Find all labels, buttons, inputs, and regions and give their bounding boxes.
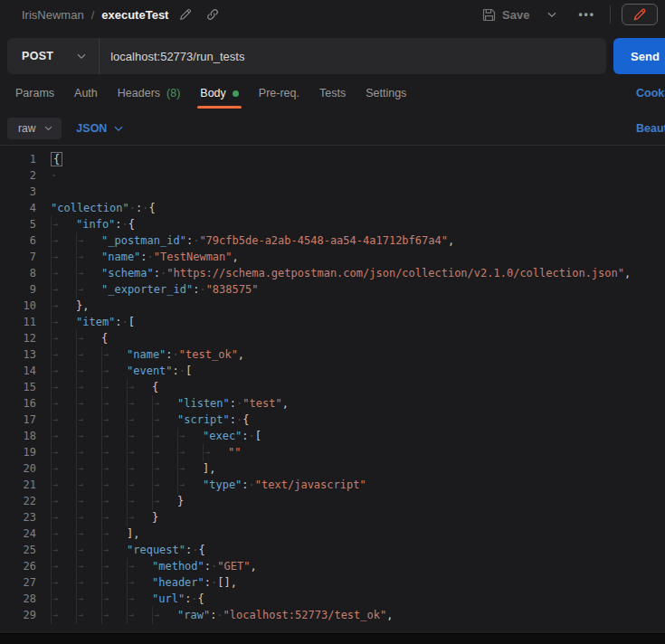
code-line[interactable]: 11"item":·[	[0, 314, 665, 330]
ellipsis-icon: •••	[578, 8, 595, 21]
breadcrumb: IrisNewman / executeTest	[22, 5, 223, 24]
json-punctuation: ,	[282, 397, 289, 410]
code-line[interactable]: 12{	[0, 330, 665, 346]
tab-body[interactable]: Body	[192, 74, 247, 112]
code-line-content: "_exporter_id":·"838575"	[51, 281, 258, 298]
cookies-link[interactable]: Cookies	[636, 87, 665, 99]
code-line[interactable]: 2·	[0, 167, 665, 184]
code-line-content: "type":·"text/javascript"	[51, 477, 366, 493]
code-line[interactable]: 20],	[0, 460, 665, 477]
editor-horizontal-scrollbar[interactable]	[0, 633, 665, 644]
tab-indent-marker	[101, 363, 127, 380]
tab-indent-marker	[51, 232, 76, 250]
method-select[interactable]: POST	[7, 38, 99, 74]
code-line[interactable]: 13"name":·"test_ok",	[0, 346, 665, 363]
url-input[interactable]	[100, 38, 606, 74]
code-line[interactable]: 28"url":·{	[0, 591, 665, 607]
json-key: "_postman_id"	[101, 234, 186, 247]
code-line[interactable]: 7"name":·"TestNewman",	[0, 249, 665, 265]
line-number: 20	[0, 460, 45, 477]
code-line[interactable]: 22}	[0, 493, 665, 509]
tab-indent-marker	[127, 591, 152, 608]
code-line[interactable]: 8"schema":·"https://schema.getpostman.co…	[0, 265, 665, 281]
language-select[interactable]: JSON	[76, 122, 123, 135]
line-number: 9	[0, 281, 45, 298]
request-tabs: Params Auth Headers (8) Body Pre-req. Te…	[0, 74, 665, 112]
tab-indent-marker	[51, 379, 76, 396]
tab-indent-marker	[51, 298, 76, 315]
tab-indent-marker	[152, 477, 177, 494]
tab-params[interactable]: Params	[7, 74, 62, 112]
line-number: 18	[0, 428, 45, 444]
breadcrumb-request-name[interactable]: executeTest	[101, 8, 168, 22]
code-line[interactable]: 25"request":·{	[0, 542, 665, 558]
code-line[interactable]: 24],	[0, 526, 665, 542]
code-line-content: {	[51, 151, 62, 167]
json-key: "type"	[203, 478, 242, 491]
code-line[interactable]: 23}	[0, 509, 665, 526]
body-modified-dot	[233, 90, 239, 97]
json-punctuation: {	[128, 218, 135, 231]
tab-indent-marker	[76, 346, 101, 364]
breadcrumb-collection[interactable]: IrisNewman	[22, 8, 84, 22]
tab-indent-marker	[127, 428, 152, 445]
code-line[interactable]: 9"_exporter_id":·"838575"	[0, 281, 665, 298]
code-line-content: "url":·{	[51, 591, 204, 607]
edit-mode-button[interactable]	[622, 4, 658, 25]
code-line[interactable]: 16"listen":·"test",	[0, 395, 665, 412]
tab-label: Params	[15, 87, 54, 99]
pencil-icon	[179, 8, 192, 21]
code-line-content: "listen":·"test",	[51, 395, 289, 412]
copy-link-button[interactable]	[203, 5, 223, 24]
whitespace-dot: ·	[249, 430, 255, 442]
tab-indent-marker	[51, 607, 76, 624]
json-key: "url"	[152, 592, 185, 605]
code-line[interactable]: 18"exec":·[	[0, 428, 665, 444]
json-string: "localhost:52773/test_ok"	[223, 609, 387, 621]
code-line-content: "script":·{	[51, 412, 250, 428]
json-key: "exec"	[203, 430, 242, 442]
save-button[interactable]: Save	[477, 5, 535, 25]
json-string: "https://schema.getpostman.com/json/coll…	[166, 267, 624, 279]
code-line[interactable]: 1{	[0, 151, 665, 167]
code-line[interactable]: 19""	[0, 444, 665, 460]
body-format-select[interactable]: raw	[7, 118, 62, 139]
code-line[interactable]: 5"info":·{	[0, 216, 665, 232]
tab-tests[interactable]: Tests	[311, 74, 354, 112]
line-number: 1	[0, 151, 45, 167]
code-line[interactable]: 6"_postman_id":·"79cfb5de-a2ab-4548-aa54…	[0, 232, 665, 249]
body-code-editor[interactable]: 1{2·34"collection"·:·{5"info":·{6"_postm…	[0, 145, 665, 630]
code-line[interactable]: 21"type":·"text/javascript"	[0, 477, 665, 493]
code-line[interactable]: 29"raw":·"localhost:52773/test_ok",	[0, 607, 665, 623]
whitespace-dot: ·	[199, 283, 205, 296]
tab-headers[interactable]: Headers (8)	[109, 74, 189, 112]
code-line[interactable]: 27"header":·[],	[0, 574, 665, 591]
save-options-dropdown[interactable]	[540, 7, 564, 23]
code-line-content: ],	[51, 460, 215, 477]
code-line[interactable]: 26"method":·"GET",	[0, 558, 665, 574]
rename-button[interactable]	[176, 5, 195, 24]
tab-indent-marker	[76, 412, 101, 429]
code-line[interactable]: 17"script":·{	[0, 412, 665, 428]
chevron-down-icon	[547, 12, 556, 18]
tab-pre-request[interactable]: Pre-req.	[251, 74, 308, 112]
code-line[interactable]: 15{	[0, 379, 665, 395]
code-line[interactable]: 3	[0, 184, 665, 200]
tab-indent-marker	[51, 526, 76, 543]
json-string: "79cfb5de-a2ab-4548-aa54-4a1712bf67a4"	[199, 234, 448, 247]
code-line[interactable]: 4"collection"·:·{	[0, 200, 665, 216]
json-key: "request"	[127, 544, 185, 556]
beautify-link[interactable]: Beautify	[636, 122, 665, 135]
tab-indent-marker	[152, 493, 177, 510]
code-lines: 1{2·34"collection"·:·{5"info":·{6"_postm…	[0, 151, 665, 623]
send-button[interactable]: Send	[613, 38, 665, 74]
code-line[interactable]: 10},	[0, 298, 665, 314]
json-punctuation: :	[204, 576, 211, 589]
tab-auth[interactable]: Auth	[66, 74, 106, 112]
code-line[interactable]: 14"event":·[	[0, 363, 665, 379]
more-actions-button[interactable]: •••	[569, 5, 604, 24]
code-line-content: "request":·{	[51, 542, 205, 558]
code-line-content: "info":·{	[51, 216, 135, 232]
request-header-bar: IrisNewman / executeTest	[0, 0, 665, 29]
tab-settings[interactable]: Settings	[357, 74, 414, 112]
